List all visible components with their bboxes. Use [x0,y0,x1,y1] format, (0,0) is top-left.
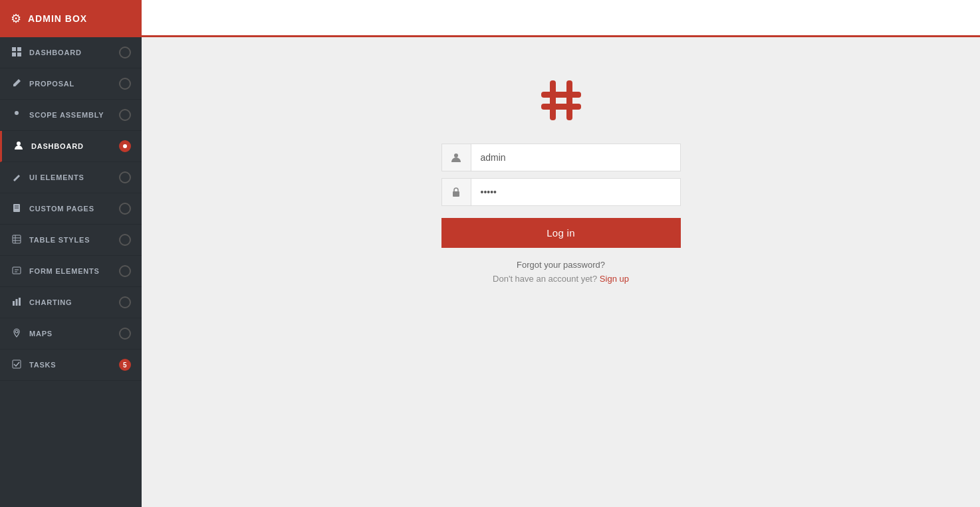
svg-rect-21 [13,360,21,368]
sidebar-item-scope-assembly[interactable]: SCOPE ASSEMBLY [0,100,142,131]
sidebar-header: ⚙ ADMIN BOX [0,0,142,37]
sidebar-item-tasks[interactable]: TASKS 5 [0,350,142,381]
charting-label: CHARTING [29,298,72,306]
sidebar-item-dashboard2[interactable]: DASHBOARD [0,131,142,162]
expand-icon [119,78,131,90]
brand-logo [538,77,584,124]
form-icon [11,266,23,277]
table-icon [11,235,23,246]
svg-point-5 [17,142,21,146]
expand-icon [119,109,131,121]
custom-pages-label: CUSTOM PAGES [29,205,94,213]
forgot-password-link[interactable]: Forgot your password? [517,260,605,270]
user-field-icon [442,144,471,171]
pin-icon [11,110,23,121]
doc-icon [11,203,23,215]
pencil-icon [11,78,23,90]
expand-icon [119,47,131,58]
svg-point-4 [15,111,19,115]
svg-point-26 [454,153,458,157]
password-input[interactable] [471,179,680,205]
expand-icon [119,171,131,183]
expand-icon [119,234,131,246]
expand-icon [119,140,131,152]
sidebar-item-custom-pages[interactable]: CUSTOM PAGES [0,193,142,225]
user-icon [13,141,25,152]
sidebar-item-ui-elements[interactable]: UI ELEMENTS [0,162,142,193]
register-prompt: Don't have an account yet? [493,274,597,284]
svg-rect-24 [550,80,556,120]
proposal-label: PROPOSAL [29,80,74,88]
table-styles-label: TABLE STYLES [29,236,90,244]
sidebar: ⚙ ADMIN BOX DASHBOARD PROPOSAL [0,0,142,507]
grid-icon [11,47,23,58]
svg-point-20 [15,330,18,333]
scope-assembly-label: SCOPE ASSEMBLY [29,111,104,119]
map-icon [11,328,23,340]
svg-rect-18 [16,299,18,306]
maps-label: MAPS [29,330,53,338]
sidebar-item-form-elements[interactable]: FORM ELEMENTS [0,256,142,287]
svg-rect-1 [17,47,21,51]
ui-elements-label: UI ELEMENTS [29,173,84,181]
svg-rect-27 [453,191,459,197]
password-input-group [441,178,681,206]
content-area: Log in Forgot your password? Don't have … [142,37,980,507]
sidebar-item-proposal[interactable]: PROPOSAL [0,68,142,100]
main-content: Log in Forgot your password? Don't have … [142,0,980,507]
dashboard2-label: DASHBOARD [31,142,84,150]
gear-icon: ⚙ [11,11,21,26]
expand-icon [119,296,131,308]
tasks-badge: 5 [119,359,131,371]
sidebar-item-table-styles[interactable]: TABLE STYLES [0,225,142,256]
sign-up-link[interactable]: Sign up [600,274,629,284]
magic-icon [11,172,23,183]
check-icon [11,359,23,371]
svg-rect-23 [541,104,581,110]
expand-icon [119,328,131,340]
form-elements-label: FORM ELEMENTS [29,267,100,275]
svg-rect-10 [13,235,21,243]
svg-rect-25 [566,80,572,120]
svg-rect-22 [541,92,581,98]
login-form: Log in Forgot your password? Don't have … [441,144,681,284]
svg-rect-0 [12,47,16,51]
login-button[interactable]: Log in [441,218,681,248]
svg-rect-19 [19,298,21,306]
svg-rect-2 [12,52,16,56]
sidebar-item-charting[interactable]: CHARTING [0,287,142,318]
register-text: Don't have an account yet? Sign up [493,274,629,284]
username-input-group [441,144,681,171]
svg-rect-3 [17,52,21,56]
chart-icon [11,297,23,308]
dashboard1-label: DASHBOARD [29,49,82,56]
sidebar-item-dashboard1[interactable]: DASHBOARD [0,37,142,68]
sidebar-item-maps[interactable]: MAPS [0,318,142,350]
svg-rect-14 [13,267,21,274]
svg-rect-17 [13,301,15,306]
lock-field-icon [442,179,471,205]
top-bar [142,0,980,37]
svg-point-6 [123,144,127,148]
expand-icon [119,203,131,215]
expand-icon [119,265,131,277]
tasks-label: TASKS [29,361,56,369]
username-input[interactable] [471,144,680,171]
app-title: ADMIN BOX [28,13,87,24]
